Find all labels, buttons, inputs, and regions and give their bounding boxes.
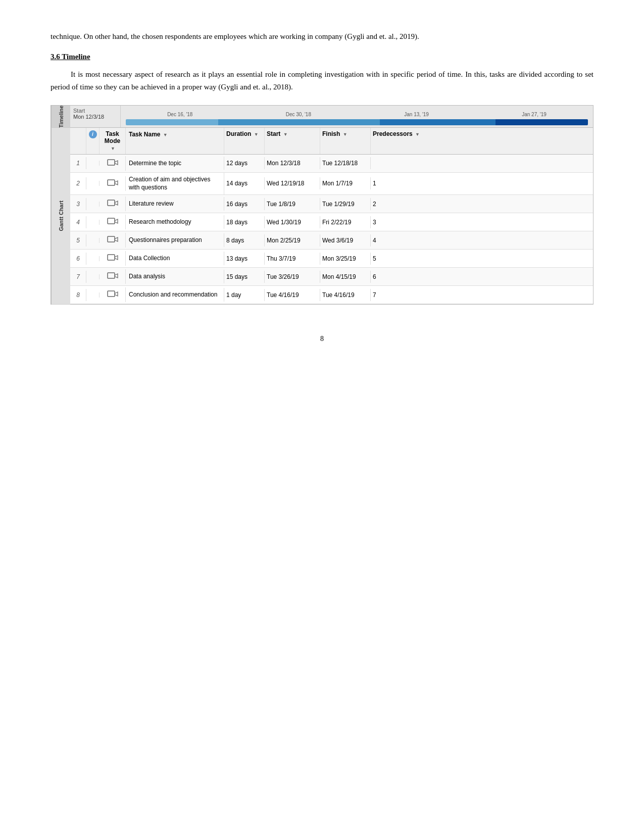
table-row: 6 Data Collection 13 days Thu 3/7/19 Mon… <box>70 250 593 268</box>
table-header-row: i Task Mode ▼ Task Name ▼ Duration ▼ <box>70 128 593 155</box>
col-header-mode: Task Mode ▼ <box>100 128 126 154</box>
row-name-7: Data analysis <box>126 270 224 283</box>
row-mode-5 <box>100 233 126 248</box>
row-mode-6 <box>100 251 126 266</box>
svg-rect-3 <box>108 218 115 224</box>
intro-paragraph: technique. On other hand, the chosen res… <box>51 30 593 43</box>
row-duration-5: 8 days <box>224 234 265 247</box>
row-finish-5: Wed 3/6/19 <box>320 234 371 247</box>
duration-dropdown-icon[interactable]: ▼ <box>254 132 259 137</box>
task-mode-icon <box>107 272 118 280</box>
task-mode-icon <box>107 199 118 207</box>
name-dropdown-icon[interactable]: ▼ <box>163 132 168 138</box>
col-header-start: Start ▼ <box>265 128 320 154</box>
svg-rect-0 <box>108 160 115 165</box>
row-info-5 <box>86 238 100 243</box>
row-mode-4 <box>100 215 126 229</box>
row-info-4 <box>86 220 100 225</box>
table-row: 2 Creation of aim and objectives with qu… <box>70 173 593 195</box>
row-duration-4: 18 days <box>224 216 265 228</box>
row-start-6: Thu 3/7/19 <box>265 253 320 265</box>
row-start-4: Wed 1/30/19 <box>265 216 320 228</box>
table-row: 3 Literature review 16 days Tue 1/8/19 T… <box>70 195 593 213</box>
task-mode-icon <box>107 159 118 167</box>
row-start-8: Tue 4/16/19 <box>265 289 320 301</box>
row-mode-2 <box>100 176 126 191</box>
row-name-2: Creation of aim and objectives with ques… <box>126 173 224 195</box>
date-3: Jan 13, '19 <box>404 112 429 117</box>
row-duration-8: 1 day <box>224 289 265 301</box>
row-num-5: 5 <box>70 234 86 247</box>
mode-dropdown-icon[interactable]: ▼ <box>111 146 115 151</box>
svg-rect-2 <box>108 200 115 206</box>
col-header-finish: Finish ▼ <box>320 128 371 154</box>
date-4: Jan 27, '19 <box>522 112 547 117</box>
row-name-1: Determine the topic <box>126 157 224 170</box>
table-row: 8 Conclusion and recommendation 1 day Tu… <box>70 286 593 304</box>
gantt-chart: Timeline Start Mon 12/3/18 Dec 16, '18 D… <box>51 105 593 305</box>
row-start-3: Tue 1/8/19 <box>265 198 320 210</box>
table-row: 7 Data analysis 15 days Tue 3/26/19 Mon … <box>70 268 593 286</box>
row-name-6: Data Collection <box>126 252 224 265</box>
row-pred-4: 3 <box>371 216 593 228</box>
row-name-8: Conclusion and recommendation <box>126 288 224 302</box>
row-info-1 <box>86 161 100 166</box>
timeline-bar-area: Dec 16, '18 Dec 30, '18 Jan 13, '19 Jan … <box>121 106 593 127</box>
date-1: Dec 16, '18 <box>167 112 192 117</box>
timeline-header: Timeline Start Mon 12/3/18 Dec 16, '18 D… <box>51 106 593 128</box>
col-header-info: i <box>86 128 100 154</box>
row-mode-8 <box>100 287 126 302</box>
row-start-2: Wed 12/19/18 <box>265 177 320 189</box>
row-start-7: Tue 3/26/19 <box>265 271 320 283</box>
row-num-3: 3 <box>70 198 86 210</box>
task-mode-icon <box>107 290 118 298</box>
row-pred-8: 7 <box>371 289 593 301</box>
timeline-start-area: Start Mon 12/3/18 <box>70 106 121 127</box>
col-header-pred: Predecessors ▼ <box>371 128 593 154</box>
table-row: 5 Questionnaires preparation 8 days Mon … <box>70 231 593 250</box>
info-icon: i <box>89 130 97 138</box>
row-pred-6: 5 <box>371 253 593 265</box>
row-name-3: Literature review <box>126 197 224 211</box>
row-pred-2: 1 <box>371 177 593 189</box>
pred-dropdown-icon[interactable]: ▼ <box>415 132 420 137</box>
row-num-7: 7 <box>70 271 86 283</box>
row-duration-3: 16 days <box>224 198 265 210</box>
page: technique. On other hand, the chosen res… <box>0 0 644 834</box>
task-mode-icon <box>107 179 118 187</box>
row-duration-6: 13 days <box>224 253 265 265</box>
finish-dropdown-icon[interactable]: ▼ <box>343 132 348 137</box>
row-num-2: 2 <box>70 177 86 189</box>
table-row: 4 Research methodology 18 days Wed 1/30/… <box>70 213 593 231</box>
row-info-7 <box>86 274 100 279</box>
row-mode-3 <box>100 197 126 211</box>
start-dropdown-icon[interactable]: ▼ <box>283 132 288 137</box>
row-num-6: 6 <box>70 253 86 265</box>
row-info-2 <box>86 181 100 186</box>
section-heading: 3.6 Timeline <box>51 53 593 61</box>
date-2: Dec 30, '18 <box>286 112 311 117</box>
svg-rect-7 <box>108 291 115 297</box>
col-header-name: Task Name ▼ <box>126 128 224 154</box>
svg-rect-6 <box>108 273 115 278</box>
row-duration-7: 15 days <box>224 271 265 283</box>
row-start-5: Mon 2/25/19 <box>265 234 320 247</box>
table-row: 1 Determine the topic 12 days Mon 12/3/1… <box>70 155 593 173</box>
row-mode-7 <box>100 269 126 284</box>
gantt-data-area: Gantt Chart i Task Mode ▼ Task Name ▼ <box>51 128 593 305</box>
row-pred-5: 4 <box>371 234 593 247</box>
gantt-chart-side-label: Gantt Chart <box>51 128 70 305</box>
row-info-3 <box>86 202 100 207</box>
body-paragraph: It is most necessary aspect of research … <box>51 68 593 94</box>
timeline-bar <box>126 119 588 125</box>
row-info-6 <box>86 256 100 261</box>
row-name-5: Questionnaires preparation <box>126 233 224 247</box>
task-mode-icon <box>107 254 118 262</box>
row-pred-7: 6 <box>371 271 593 283</box>
row-finish-8: Tue 4/16/19 <box>320 289 371 301</box>
row-num-1: 1 <box>70 157 86 169</box>
timeline-start-date: Mon 12/3/18 <box>73 114 117 120</box>
row-duration-1: 12 days <box>224 157 265 169</box>
timeline-label: Timeline <box>51 106 70 127</box>
row-mode-1 <box>100 156 126 171</box>
